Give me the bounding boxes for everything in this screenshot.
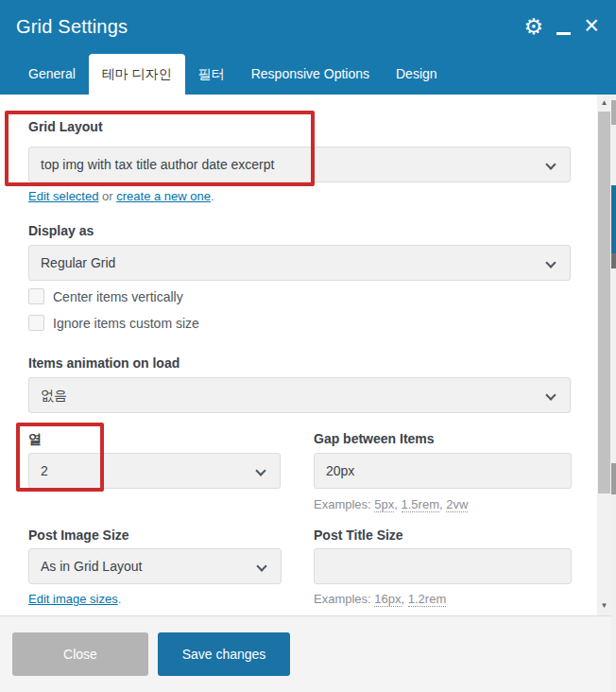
post-image-size-label: Post Image Size (28, 528, 129, 543)
grid-layout-select[interactable]: top img with tax title author date excer… (28, 147, 571, 182)
example-link-16px[interactable]: 16px (374, 592, 401, 607)
tab-general[interactable]: General (15, 53, 89, 95)
page-edge-strip (611, 95, 616, 692)
tab-bar: General 테마 디자인 필터 Responsive Options Des… (0, 53, 616, 95)
chevron-down-icon (545, 257, 556, 268)
animation-label: Items animation on load (28, 355, 180, 371)
scroll-up-arrow-icon[interactable]: ▲ (597, 95, 611, 111)
tab-design[interactable]: Design (383, 53, 451, 95)
tab-theme-design[interactable]: 테마 디자인 (89, 54, 185, 95)
titlebar: Grid Settings ⚙ × (0, 0, 616, 53)
edge-segment (611, 185, 616, 253)
save-changes-button[interactable]: Save changes (158, 632, 290, 676)
post-image-size-select-value: As in Grid Layout (41, 559, 142, 574)
grid-layout-links: Edit selected or create a new one. (28, 189, 214, 203)
animation-select-value: 없음 (41, 388, 67, 403)
example-link-5px[interactable]: 5px (374, 497, 394, 512)
display-as-select-value: Regular Grid (41, 255, 115, 270)
display-as-select[interactable]: Regular Grid (28, 245, 571, 281)
columns-select[interactable]: 2 (28, 453, 281, 489)
separator: , (394, 497, 401, 511)
post-image-size-select[interactable]: As in Grid Layout (28, 548, 282, 584)
display-as-label: Display as (28, 223, 94, 238)
window-title: Grid Settings (16, 0, 128, 53)
post-title-hint-label: Examples: (314, 592, 374, 606)
titlebar-icons: ⚙ × (524, 0, 599, 53)
or-text: or (98, 189, 116, 203)
tab-filter[interactable]: 필터 (185, 53, 238, 95)
grid-settings-modal: Grid Settings ⚙ × General 테마 디자인 필터 Resp… (0, 0, 616, 692)
create-new-link[interactable]: create a new one (116, 189, 211, 203)
separator: , (402, 592, 408, 606)
close-icon[interactable]: × (584, 13, 599, 39)
example-link-2vw[interactable]: 2vw (446, 497, 468, 512)
edit-image-sizes-link[interactable]: Edit image sizes (28, 592, 118, 606)
example-link-1-5rem[interactable]: 1.5rem (402, 497, 439, 512)
ignore-size-checkbox-row[interactable]: Ignore items custom size (28, 315, 199, 331)
columns-label: 열 (28, 431, 42, 448)
edge-segment (611, 253, 616, 268)
chevron-down-icon (255, 465, 265, 476)
chevron-down-icon (256, 561, 266, 571)
grid-layout-select-value: top img with tax title author date excer… (41, 157, 274, 172)
chevron-down-icon (545, 389, 556, 400)
post-title-hint: Examples: 16px, 1.2rem (314, 592, 446, 606)
content-area: Grid Layout top img with tax title autho… (0, 95, 616, 615)
center-items-checkbox-row[interactable]: Center items vertically (28, 288, 183, 304)
minimize-icon[interactable] (556, 32, 571, 35)
scroll-down-arrow-icon[interactable]: ▼ (597, 597, 611, 614)
ignore-size-checkbox[interactable] (28, 315, 44, 331)
ignore-size-label[interactable]: Ignore items custom size (53, 316, 199, 331)
gap-label: Gap between Items (314, 431, 435, 446)
footer: Close Save changes (0, 615, 616, 692)
post-title-size-input[interactable] (314, 548, 572, 584)
gap-hint: Examples: 5px, 1.5rem, 2vw (314, 497, 468, 511)
columns-select-value: 2 (41, 463, 48, 478)
period-text: . (211, 189, 214, 203)
edge-segment (611, 100, 616, 125)
settings-gear-icon[interactable]: ⚙ (524, 16, 544, 38)
close-button[interactable]: Close (12, 632, 148, 676)
edit-selected-link[interactable]: Edit selected (28, 189, 98, 203)
chevron-down-icon (545, 159, 556, 169)
center-items-checkbox[interactable] (28, 288, 44, 304)
tab-responsive-options[interactable]: Responsive Options (238, 53, 383, 95)
edge-segment (611, 463, 616, 494)
example-link-1-2rem[interactable]: 1.2rem (408, 592, 446, 607)
gap-input[interactable] (314, 453, 572, 489)
animation-select[interactable]: 없음 (28, 377, 571, 413)
scrollbar[interactable]: ▲ ▼ (597, 95, 611, 615)
scrollbar-thumb[interactable] (598, 112, 610, 493)
center-items-label[interactable]: Center items vertically (53, 289, 183, 304)
grid-layout-label: Grid Layout (28, 119, 103, 134)
post-title-size-label: Post Title Size (314, 528, 403, 543)
gap-hint-label: Examples: (314, 497, 374, 511)
period-text: . (118, 592, 122, 606)
edit-image-sizes-row: Edit image sizes. (28, 592, 121, 606)
